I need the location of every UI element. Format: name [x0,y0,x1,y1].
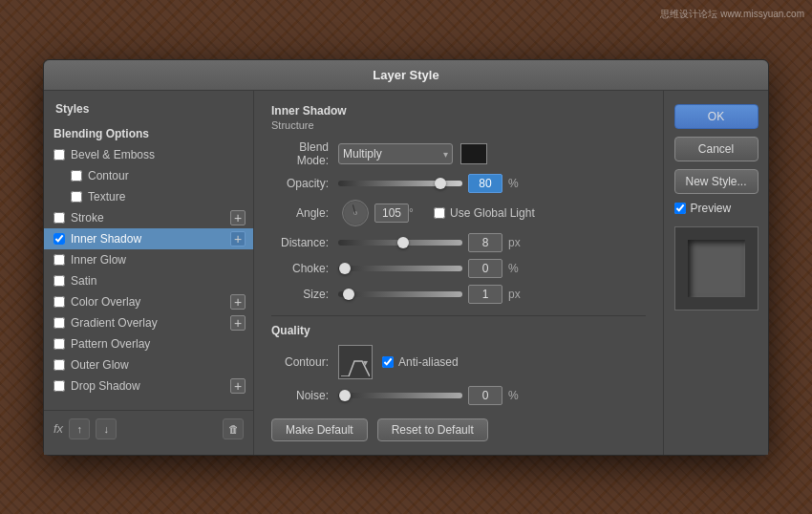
noise-input[interactable] [468,386,502,405]
bevel-emboss-label: Bevel & Emboss [71,148,155,161]
blend-mode-select-wrapper: Multiply Normal Screen Overlay [338,143,453,164]
contour-label: Contour [88,169,129,182]
noise-unit: % [508,389,524,402]
sidebar-item-contour[interactable]: Contour [44,165,253,186]
pattern-overlay-label: Pattern Overlay [71,337,150,351]
choke-slider-track[interactable] [338,266,462,271]
stroke-add-button[interactable]: + [230,210,246,225]
noise-slider-container: % [338,386,524,405]
angle-label: Angle: [271,206,338,220]
size-slider-thumb[interactable] [343,289,354,300]
layer-style-dialog: Layer Style Styles Blending Options Beve… [43,59,769,456]
inner-glow-checkbox[interactable] [53,254,65,266]
satin-checkbox[interactable] [53,275,65,287]
watermark: 思维设计论坛 www.missyuan.com [660,8,804,21]
preview-label: Preview [691,202,732,215]
texture-label: Texture [88,190,125,203]
inner-shadow-checkbox[interactable] [53,233,65,245]
satin-label: Satin [71,274,96,288]
move-down-button[interactable]: ↓ [96,418,117,439]
angle-input[interactable] [374,203,409,223]
blend-mode-label: Blend Mode: [271,140,338,167]
size-input[interactable] [468,285,502,304]
cancel-button[interactable]: Cancel [674,137,759,161]
anti-aliased-checkbox[interactable] [382,356,394,368]
opacity-label: Opacity: [271,177,338,190]
contour-thumbnail[interactable] [338,345,373,379]
size-label: Size: [271,288,338,301]
section-subtitle: Structure [271,119,646,131]
contour-checkbox[interactable] [71,170,82,182]
noise-slider-track[interactable] [338,393,462,398]
preview-area [674,226,759,311]
gradient-overlay-label: Gradient Overlay [71,316,158,330]
choke-input[interactable] [468,259,502,278]
distance-input[interactable] [468,233,502,252]
noise-slider-thumb[interactable] [339,390,351,401]
blend-mode-row: Blend Mode: Multiply Normal Screen Overl… [271,140,646,167]
sidebar-item-outer-glow[interactable]: Outer Glow [44,354,253,375]
outer-glow-checkbox[interactable] [53,359,65,371]
use-global-light-checkbox[interactable] [434,207,445,219]
inner-shadow-add-button[interactable]: + [230,231,246,246]
pattern-overlay-checkbox[interactable] [53,338,65,350]
sidebar-item-pattern-overlay[interactable]: Pattern Overlay [44,333,253,354]
distance-slider-thumb[interactable] [397,237,409,248]
opacity-row: Opacity: % [271,174,646,193]
texture-checkbox[interactable] [71,191,82,203]
sidebar-item-drop-shadow[interactable]: Drop Shadow + [44,375,253,396]
make-default-button[interactable]: Make Default [271,418,368,441]
opacity-slider-thumb[interactable] [435,178,446,189]
dialog-body: Styles Blending Options Bevel & Emboss C… [44,91,768,455]
preview-checkbox[interactable] [674,203,686,214]
drop-shadow-checkbox[interactable] [53,380,65,392]
gradient-overlay-checkbox[interactable] [53,317,65,329]
delete-button[interactable]: 🗑 [223,418,244,439]
stroke-label: Stroke [71,211,104,225]
anti-aliased-label[interactable]: Anti-aliased [382,355,459,369]
reset-default-button[interactable]: Reset to Default [377,418,488,441]
opacity-unit: % [508,177,524,190]
move-up-button[interactable]: ↑ [69,418,90,439]
blend-mode-color-swatch[interactable] [460,143,487,164]
color-overlay-checkbox[interactable] [53,296,65,308]
contour-select-wrapper [338,345,373,379]
distance-slider-track[interactable] [338,240,462,246]
new-style-button[interactable]: New Style... [674,169,759,194]
opacity-input[interactable] [468,174,502,193]
drop-shadow-add-button[interactable]: + [230,378,246,394]
choke-slider-thumb[interactable] [339,263,351,274]
sidebar-item-blending-options[interactable]: Blending Options [44,123,253,144]
size-unit: px [508,288,524,301]
preview-row: Preview [674,202,759,215]
sidebar-item-gradient-overlay[interactable]: Gradient Overlay + [44,312,253,333]
action-buttons: Make Default Reset to Default [271,418,646,441]
angle-dial[interactable] [342,200,369,226]
sidebar-item-satin[interactable]: Satin [44,270,253,291]
styles-title: Styles [44,102,253,123]
blend-mode-select[interactable]: Multiply Normal Screen Overlay [338,143,453,164]
sidebar-item-bevel-emboss[interactable]: Bevel & Emboss [44,144,253,165]
sidebar-item-color-overlay[interactable]: Color Overlay + [44,291,253,312]
outer-glow-label: Outer Glow [71,358,129,372]
sidebar-item-inner-glow[interactable]: Inner Glow [44,249,253,270]
contour-row: Contour: Anti-aliased [271,345,646,379]
color-overlay-label: Color Overlay [71,295,140,309]
choke-unit: % [508,262,524,275]
sidebar-item-stroke[interactable]: Stroke + [44,207,253,228]
ok-button[interactable]: OK [674,104,759,129]
stroke-checkbox[interactable] [53,212,65,224]
bevel-emboss-checkbox[interactable] [53,149,65,161]
opacity-slider-track[interactable] [338,181,462,186]
color-overlay-add-button[interactable]: + [230,294,246,310]
size-slider-track[interactable] [338,291,462,297]
size-row: Size: px [271,285,646,304]
sidebar-item-texture[interactable]: Texture [44,186,253,207]
preview-inner [688,240,745,297]
angle-dial-inner [353,211,357,215]
gradient-overlay-add-button[interactable]: + [230,315,246,331]
use-global-light-label[interactable]: Use Global Light [434,206,535,220]
distance-label: Distance: [271,236,338,249]
angle-unit: ° [409,206,424,220]
sidebar-item-inner-shadow[interactable]: Inner Shadow + [44,228,253,249]
